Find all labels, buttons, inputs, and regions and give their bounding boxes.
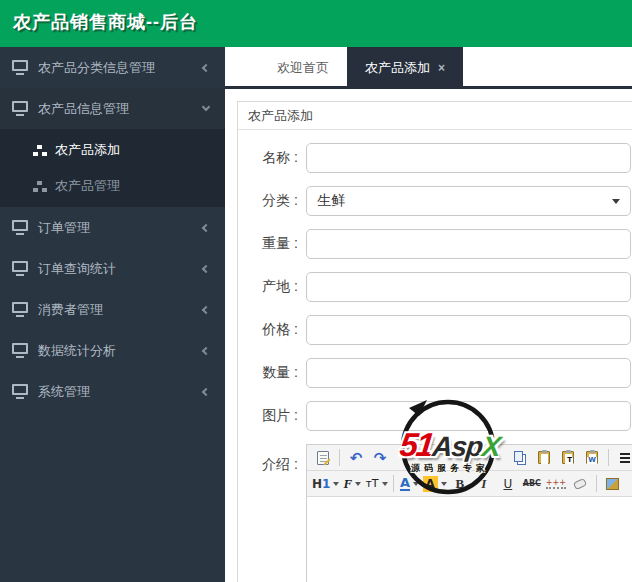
category-label: 分类 : [238, 192, 306, 210]
form-row-name: 名称 : [238, 143, 632, 173]
image-label: 图片 : [238, 407, 306, 425]
tab-product-add[interactable]: 农产品添加× [347, 47, 463, 89]
chevron-left-icon [202, 387, 210, 395]
align-icon[interactable] [614, 447, 632, 468]
category-select[interactable]: 生鲜 [306, 186, 631, 216]
submenu-item-label: 农产品添加 [55, 141, 120, 159]
sidebar-item-label: 订单管理 [38, 219, 90, 237]
app-header: 农产品销售商城--后台 [0, 0, 632, 47]
picture-icon [606, 478, 619, 490]
sidebar-item-consumer-management[interactable]: 消费者管理 [0, 289, 225, 330]
dropdown-caret-icon [333, 482, 339, 486]
sidebar-item-label: 农产品信息管理 [38, 100, 129, 118]
monitor-icon [12, 343, 28, 354]
form-row-quantity: 数量 : [238, 358, 632, 388]
paste-word-letter: W [587, 457, 597, 464]
tab-label: 欢迎首页 [277, 60, 329, 75]
chevron-down-icon [202, 103, 210, 111]
form-row-weight: 重量 : [238, 229, 632, 259]
sidebar-item-category-management[interactable]: 农产品分类信息管理 [0, 47, 225, 88]
tab-label: 农产品添加 [365, 60, 430, 75]
intro-label: 介绍 : [238, 444, 306, 474]
toolbar-separator [339, 449, 340, 466]
category-selected-value: 生鲜 [317, 192, 345, 210]
editor-content[interactable] [307, 497, 632, 582]
chevron-left-icon [202, 264, 210, 272]
monitor-icon [12, 60, 28, 71]
sidebar-item-product-info-management[interactable]: 农产品信息管理 [0, 88, 225, 129]
product-add-form: 名称 : 分类 : 生鲜 重量 : 产地 : 价格 : [238, 130, 632, 582]
sidebar-item-label: 农产品分类信息管理 [38, 59, 155, 77]
chevron-left-icon [202, 346, 210, 354]
quantity-label: 数量 : [238, 364, 306, 382]
logo-51-text: 51 [398, 426, 435, 463]
quantity-input[interactable] [306, 358, 631, 388]
notepad-icon [317, 451, 329, 465]
dropdown-caret-icon [355, 482, 361, 486]
heading-icon[interactable]: H1 [312, 473, 339, 494]
main-content: 农产品添加 名称 : 分类 : 生鲜 重量 : 产地 : [225, 92, 632, 582]
paste-from-word-icon[interactable]: W [581, 447, 603, 468]
sidebar-item-product-add[interactable]: 农产品添加 [0, 132, 225, 168]
sidebar-submenu: 农产品添加 农产品管理 [0, 129, 225, 207]
sidebar-item-order-management[interactable]: 订单管理 [0, 207, 225, 248]
sitemap-icon [33, 145, 47, 156]
remove-format-icon[interactable] [569, 473, 591, 494]
sidebar-item-order-query-stats[interactable]: 订单查询统计 [0, 248, 225, 289]
monitor-icon [12, 261, 28, 272]
chevron-left-icon [202, 63, 210, 71]
source-code-icon[interactable] [312, 447, 334, 468]
origin-input[interactable] [306, 272, 631, 302]
paste-as-text-icon[interactable]: T [557, 447, 579, 468]
sidebar: 农产品分类信息管理 农产品信息管理 农产品添加 农产品管理 订单管理 订单查询统… [0, 47, 225, 582]
eraser-icon [573, 477, 587, 489]
sitemap-icon [33, 181, 47, 192]
origin-label: 产地 : [238, 278, 306, 296]
price-input[interactable] [306, 315, 631, 345]
dropdown-caret-icon [612, 199, 620, 204]
toolbar-separator [596, 475, 597, 492]
heading-h-glyph: H [312, 477, 322, 491]
name-label: 名称 : [238, 149, 306, 167]
clipboard-icon: W [586, 451, 598, 464]
submenu-item-label: 农产品管理 [55, 177, 120, 195]
watermark-slogan: 源码服务专家 [375, 462, 525, 475]
monitor-icon [12, 302, 28, 313]
heading-1-glyph: 1 [322, 477, 330, 491]
logo-x-text: X [481, 431, 502, 462]
product-add-panel: 农产品添加 名称 : 分类 : 生鲜 重量 : 产地 : [237, 101, 632, 582]
form-row-price: 价格 : [238, 315, 632, 345]
clipboard-icon [538, 451, 550, 464]
weight-label: 重量 : [238, 235, 306, 253]
panel-title: 农产品添加 [238, 102, 632, 130]
insert-image-icon[interactable] [602, 473, 624, 494]
clipboard-icon: T [562, 451, 574, 464]
chevron-left-icon [202, 223, 210, 231]
price-label: 价格 : [238, 321, 306, 339]
supsub-glyph: +++ [546, 479, 566, 489]
weight-input[interactable] [306, 229, 631, 259]
paste-icon[interactable] [533, 447, 555, 468]
toolbar-separator [608, 449, 609, 466]
51aspx-watermark: 51AspX 源码服务专家 [375, 392, 525, 504]
sidebar-item-data-statistics[interactable]: 数据统计分析 [0, 330, 225, 371]
align-lines-icon [620, 453, 630, 463]
monitor-icon [12, 101, 28, 112]
font-family-icon[interactable]: F [341, 473, 363, 494]
sidebar-item-label: 数据统计分析 [38, 342, 116, 360]
sidebar-item-label: 消费者管理 [38, 301, 103, 319]
sidebar-item-system-management[interactable]: 系统管理 [0, 371, 225, 412]
close-icon[interactable]: × [438, 61, 445, 75]
undo-icon[interactable]: ↶ [345, 447, 367, 468]
sidebar-item-label: 订单查询统计 [38, 260, 116, 278]
name-input[interactable] [306, 143, 631, 173]
monitor-icon [12, 384, 28, 395]
font-glyph: F [344, 476, 353, 492]
tab-welcome-home[interactable]: 欢迎首页 [259, 47, 347, 89]
sidebar-item-product-manage[interactable]: 农产品管理 [0, 168, 225, 204]
sidebar-item-label: 系统管理 [38, 383, 90, 401]
paste-text-letter: T [566, 457, 573, 464]
chevron-left-icon [202, 305, 210, 313]
monitor-icon [12, 220, 28, 231]
sub-sup-icon[interactable]: +++ [545, 473, 567, 494]
